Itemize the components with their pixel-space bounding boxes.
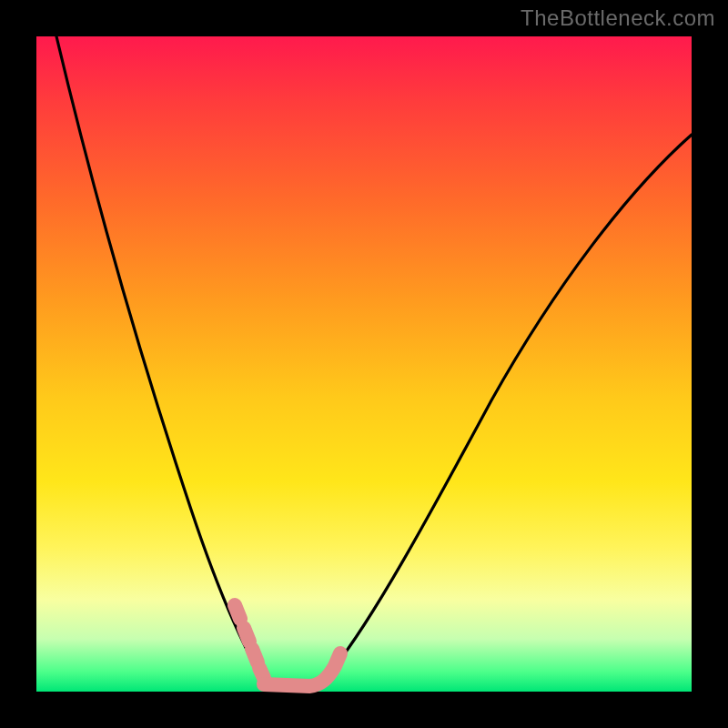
watermark-text: TheBottleneck.com xyxy=(521,5,715,31)
curve-layer xyxy=(36,36,692,692)
chart-frame: TheBottleneck.com xyxy=(0,0,728,728)
highlight-band xyxy=(235,605,340,686)
plot-area xyxy=(36,36,692,692)
bottleneck-curve xyxy=(56,36,692,688)
